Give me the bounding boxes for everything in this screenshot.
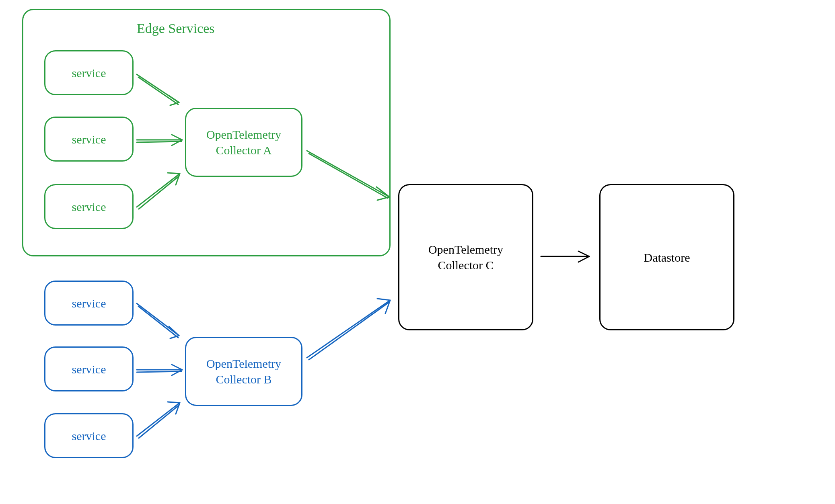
blue-service-2: service — [44, 346, 134, 391]
blue-service-1: service — [44, 281, 134, 326]
collector-b: OpenTelemetry Collector B — [185, 337, 302, 406]
green-service-1: service — [44, 50, 134, 95]
arrow-blue-s2-to-b — [135, 363, 187, 379]
green-service-3: service — [44, 184, 134, 229]
collector-c: OpenTelemetry Collector C — [398, 184, 533, 330]
arrow-c-to-datastore — [539, 249, 595, 265]
arrow-blue-s1-to-b — [135, 301, 187, 346]
edge-services-title: Edge Services — [137, 21, 215, 36]
green-service-2: service — [44, 117, 134, 162]
blue-service-3: service — [44, 413, 134, 458]
collector-a: OpenTelemetry Collector A — [185, 108, 302, 177]
arrow-b-to-c — [305, 295, 397, 364]
arrow-blue-s3-to-b — [135, 398, 187, 442]
datastore-box: Datastore — [599, 184, 734, 330]
